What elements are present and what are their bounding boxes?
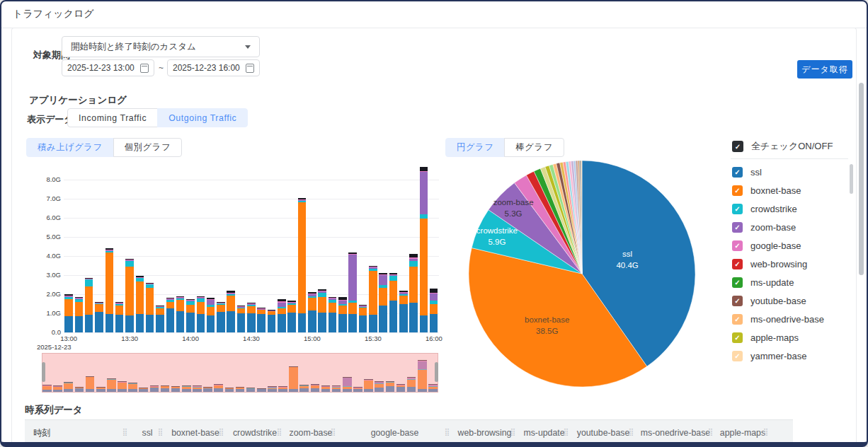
bar-segment-zoom-base (287, 303, 296, 303)
column-header-web-browsing[interactable]: web-browsing⣿ (452, 420, 518, 445)
bar-segment-ssl (146, 315, 154, 332)
legend-item-ssl[interactable]: ✓ssl (732, 163, 848, 181)
column-header-label: google-base (371, 428, 419, 438)
legend-item-ms-update[interactable]: ✓ms-update (732, 273, 848, 291)
brush-handle-right[interactable] (435, 362, 438, 382)
checkbox-checked-icon[interactable]: ✓ (732, 204, 743, 214)
drag-handle-icon[interactable]: ⣿ (510, 428, 515, 436)
drag-handle-icon[interactable]: ⣿ (564, 428, 569, 436)
column-header-ms-onedrive-base[interactable]: ms-onedrive-base⣿ (636, 420, 715, 445)
column-header-time[interactable]: 時刻⣿ (25, 420, 130, 445)
pie-tab-tab-0[interactable]: 円グラフ (445, 138, 505, 157)
drag-handle-icon[interactable]: ⣿ (708, 428, 713, 436)
checkbox-checked-icon[interactable]: ✓ (732, 259, 743, 269)
fetch-data-button[interactable]: データ取得 (797, 60, 852, 79)
drag-handle-icon[interactable]: ⣿ (629, 428, 634, 436)
graph-tab-tab-1[interactable]: 個別グラフ (113, 138, 182, 157)
bar-segment-zoom-base (379, 274, 387, 285)
column-header-zoom-base[interactable]: zoom-base⣿ (284, 420, 338, 445)
start-date-value: 2025-12-23 13:00 (67, 63, 135, 73)
drag-handle-icon[interactable]: ⣿ (122, 428, 127, 436)
checkbox-checked-icon[interactable]: ✓ (732, 167, 743, 178)
column-header-yammer-base[interactable]: yammer-base⣿ (770, 420, 793, 445)
x-tick-label: 14:00 (182, 335, 199, 342)
bar-segment-crowdstrike (136, 278, 144, 281)
bar-segment-boxnet-base (257, 310, 265, 314)
bar-segment-ssl (95, 312, 103, 332)
main-scrollbar[interactable] (859, 83, 864, 275)
bar-segment-boxnet-base (338, 306, 347, 314)
legend-item-zoom-base[interactable]: ✓zoom-base (732, 218, 848, 236)
pie-tab-tab-1[interactable]: 棒グラフ (504, 138, 564, 157)
legend-item-yammer-base[interactable]: ✓yammer-base (732, 347, 848, 365)
range-brush-chart (42, 353, 438, 393)
column-header-ms-update[interactable]: ms-update⣿ (518, 420, 571, 445)
drag-handle-icon[interactable]: ⣿ (445, 428, 450, 436)
tab-outgoing-traffic[interactable]: Outgoing Traffic (157, 108, 248, 127)
bar-segment-zoom-base (409, 259, 418, 261)
legend-item-web-browsing[interactable]: ✓web-browsing (732, 255, 848, 273)
bar-segment-other (430, 289, 438, 293)
brush-selection-overlay[interactable] (42, 353, 438, 393)
bar-segment-boxnet-base (348, 303, 357, 314)
bar-segment-google-base (329, 298, 337, 298)
bar-segment-other (338, 297, 347, 300)
tab-incoming-traffic[interactable]: Incoming Traffic (67, 108, 158, 127)
drag-handle-icon[interactable]: ⣿ (331, 428, 336, 436)
column-header-ssl[interactable]: ssl⣿ (130, 420, 165, 445)
checkbox-checked-icon[interactable]: ✓ (732, 332, 743, 343)
legend-item-ms-onedrive-base[interactable]: ✓ms-onedrive-base (732, 310, 848, 328)
drag-handle-icon[interactable]: ⣿ (158, 428, 163, 436)
bar-segment-crowdstrike (430, 301, 438, 304)
checkbox-checked-icon[interactable]: ✓ (732, 222, 743, 233)
bar-segment-other (247, 303, 256, 303)
legend-item-youtube-base[interactable]: ✓youtube-base (732, 291, 848, 310)
drag-handle-icon[interactable]: ⣿ (277, 428, 282, 436)
checkbox-checked-icon[interactable]: ✓ (732, 141, 743, 152)
column-header-boxnet-base[interactable]: boxnet-base⣿ (165, 420, 226, 445)
legend-scrollbar[interactable] (850, 164, 853, 194)
bar-segment-crowdstrike (166, 299, 175, 302)
bar-segment-other (287, 301, 296, 301)
bar-segment-google-base (75, 298, 84, 298)
checkbox-checked-icon[interactable]: ✓ (732, 240, 743, 251)
checkbox-checked-icon[interactable]: ✓ (732, 351, 743, 361)
bar-segment-crowdstrike (389, 276, 398, 281)
bar-segment-crowdstrike (227, 294, 235, 296)
bar-segment-boxnet-base (379, 288, 387, 306)
calendar-icon[interactable] (140, 64, 149, 73)
graph-tab-tab-0[interactable]: 積み上げグラフ (26, 138, 114, 157)
calendar-icon[interactable] (246, 64, 254, 73)
bar-segment-boxnet-base (268, 311, 276, 315)
bar-segment-ssl (268, 315, 276, 332)
bar-segment-google-base (95, 303, 103, 303)
column-header-google-base[interactable]: google-base⣿ (338, 420, 452, 445)
bar-segment-boxnet-base (136, 281, 144, 314)
end-date-input[interactable]: 2025-12-23 16:00 (167, 59, 260, 76)
bar-segment-crowdstrike (399, 294, 408, 296)
column-header-apple-maps[interactable]: apple-maps⣿ (715, 420, 770, 445)
bar-segment-other (399, 291, 408, 292)
x-axis-labels: 13:0013:3014:0014:3015:0015:3016:00 (64, 335, 439, 344)
bar-segment-zoom-base (207, 299, 215, 305)
period-preset-select[interactable]: 開始時刻と終了時刻のカスタム (62, 36, 260, 57)
drag-handle-icon[interactable]: ⣿ (219, 428, 224, 436)
checkbox-checked-icon[interactable]: ✓ (732, 314, 743, 325)
checkbox-checked-icon[interactable]: ✓ (732, 277, 743, 288)
drag-handle-icon[interactable]: ⣿ (763, 428, 768, 436)
legend-item-google-base[interactable]: ✓google-base (732, 236, 848, 255)
column-header-youtube-base[interactable]: youtube-base⣿ (571, 420, 636, 445)
legend-toggle-all[interactable]: ✓ 全チェックON/OFF (732, 137, 833, 156)
legend-item-crowdstrike[interactable]: ✓crowdstrike (732, 199, 848, 218)
brush-handle-left[interactable] (42, 362, 45, 382)
legend-item-boxnet-base[interactable]: ✓boxnet-base (732, 181, 848, 199)
bar-segment-ssl (420, 315, 428, 332)
checkbox-checked-icon[interactable]: ✓ (732, 296, 743, 306)
bar-segment-ssl (105, 314, 114, 332)
bar-segment-zoom-base (257, 309, 265, 310)
app-log-heading: アプリケーションログ (29, 94, 127, 107)
legend-item-apple-maps[interactable]: ✓apple-maps (732, 328, 848, 347)
checkbox-checked-icon[interactable]: ✓ (732, 185, 743, 196)
start-date-input[interactable]: 2025-12-23 13:00 (62, 59, 154, 76)
column-header-crowdstrike[interactable]: crowdstrike⣿ (226, 420, 284, 445)
